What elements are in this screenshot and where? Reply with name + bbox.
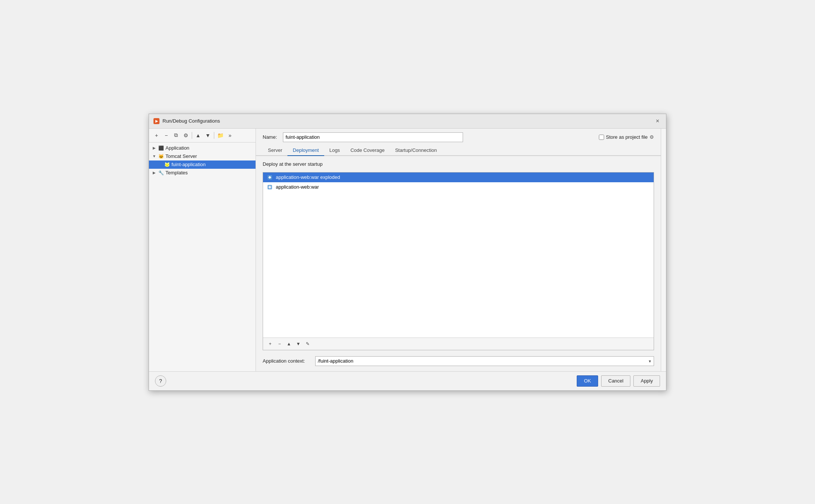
sidebar-item-application[interactable]: ▶ ⬛ Application — [149, 144, 256, 152]
sidebar-toolbar: + − ⧉ ⚙ ▲ ▼ 📁 » — [149, 129, 256, 142]
deploy-item-war-label: application-web:war — [276, 184, 319, 190]
dialog-title: Run/Debug Configurations — [162, 118, 220, 124]
deploy-item-war-exploded-label: application-web:war exploded — [276, 174, 340, 180]
deploy-list-wrapper: application-web:war exploded application… — [263, 172, 654, 350]
sidebar-item-templates[interactable]: ▶ 🔧 Templates — [149, 169, 256, 177]
copy-config-button[interactable]: ⧉ — [171, 131, 180, 140]
templates-icon: 🔧 — [158, 170, 164, 176]
sidebar-item-fuint-application[interactable]: ▶ 🐱 fuint-application — [149, 160, 256, 169]
store-project-gear-icon[interactable]: ⚙ — [650, 134, 654, 140]
add-config-button[interactable]: + — [152, 131, 161, 140]
deploy-add-button[interactable]: + — [266, 340, 274, 348]
store-project-label: Store as project file — [606, 134, 648, 140]
context-select[interactable]: /fuint-application / /app — [315, 356, 654, 366]
app-icon: ▶ — [153, 118, 159, 124]
sidebar: + − ⧉ ⚙ ▲ ▼ 📁 » ▶ ⬛ Application — [149, 129, 256, 371]
expand-icon-fuint: ▶ — [158, 162, 162, 166]
tab-logs[interactable]: Logs — [324, 145, 345, 156]
store-project-container: Store as project file ⚙ — [599, 134, 654, 140]
settings-button[interactable]: ⚙ — [181, 131, 190, 140]
more-button[interactable]: » — [226, 131, 235, 140]
application-label: Application — [165, 145, 189, 151]
bottom-bar: ? OK Cancel Apply — [149, 371, 666, 390]
title-bar-left: ▶ Run/Debug Configurations — [153, 118, 220, 124]
deploy-item-war-exploded[interactable]: application-web:war exploded — [263, 172, 654, 182]
sidebar-tree: ▶ ⬛ Application ▼ 🐱 Tomcat Server ▶ 🐱 fu… — [149, 142, 256, 371]
war-icon — [267, 184, 273, 190]
tab-code-coverage[interactable]: Code Coverage — [345, 145, 390, 156]
deploy-item-war[interactable]: application-web:war — [263, 182, 654, 192]
deploy-list: application-web:war exploded application… — [263, 172, 654, 338]
deploy-remove-button[interactable]: − — [275, 340, 284, 348]
deploy-section-label: Deploy at the server startup — [263, 161, 654, 167]
toolbar-divider-2 — [214, 132, 214, 139]
expand-icon-application: ▶ — [152, 146, 156, 150]
deploy-edit-button[interactable]: ✎ — [304, 340, 312, 348]
ok-button[interactable]: OK — [577, 375, 598, 387]
sidebar-item-tomcat[interactable]: ▼ 🐱 Tomcat Server — [149, 152, 256, 160]
tomcat-label: Tomcat Server — [165, 153, 197, 159]
move-up-button[interactable]: ▲ — [194, 131, 203, 140]
right-edge — [661, 129, 666, 371]
main-panel: Name: Store as project file ⚙ Server Dep… — [256, 129, 661, 371]
store-project-checkbox[interactable] — [599, 135, 604, 140]
name-row: Name: Store as project file ⚙ — [256, 129, 661, 145]
tomcat-icon: 🐱 — [158, 153, 164, 159]
deploy-down-button[interactable]: ▼ — [294, 340, 302, 348]
tab-startup-connection[interactable]: Startup/Connection — [390, 145, 442, 156]
application-icon: ⬛ — [158, 145, 164, 151]
tab-deployment[interactable]: Deployment — [287, 145, 324, 156]
tabs-bar: Server Deployment Logs Code Coverage Sta… — [256, 145, 661, 156]
close-button[interactable]: × — [654, 117, 662, 125]
move-down-button[interactable]: ▼ — [203, 131, 212, 140]
fuint-application-label: fuint-application — [171, 162, 206, 167]
context-label: Application context: — [263, 358, 311, 364]
deploy-up-button[interactable]: ▲ — [285, 340, 293, 348]
name-input[interactable] — [283, 132, 463, 142]
tab-server[interactable]: Server — [263, 145, 287, 156]
deployment-panel: Deploy at the server startup application… — [256, 156, 661, 371]
apply-button[interactable]: Apply — [633, 375, 660, 387]
run-debug-dialog: ▶ Run/Debug Configurations × + − ⧉ ⚙ ▲ ▼… — [149, 114, 666, 391]
content-area: + − ⧉ ⚙ ▲ ▼ 📁 » ▶ ⬛ Application — [149, 129, 666, 371]
templates-label: Templates — [165, 170, 188, 176]
war-exploded-icon — [267, 174, 273, 180]
deploy-list-toolbar: + − ▲ ▼ ✎ — [263, 338, 654, 350]
toolbar-divider — [192, 132, 192, 139]
name-label: Name: — [263, 134, 279, 140]
remove-config-button[interactable]: − — [162, 131, 171, 140]
expand-icon-tomcat: ▼ — [152, 154, 156, 158]
title-bar: ▶ Run/Debug Configurations × — [149, 114, 666, 129]
cancel-button[interactable]: Cancel — [601, 375, 630, 387]
help-button[interactable]: ? — [155, 375, 166, 387]
folder-button[interactable]: 📁 — [216, 131, 225, 140]
fuint-config-icon: 🐱 — [164, 162, 170, 168]
context-row: Application context: /fuint-application … — [263, 356, 654, 366]
expand-icon-templates: ▶ — [152, 171, 156, 175]
context-select-wrap: /fuint-application / /app ▼ — [315, 356, 654, 366]
